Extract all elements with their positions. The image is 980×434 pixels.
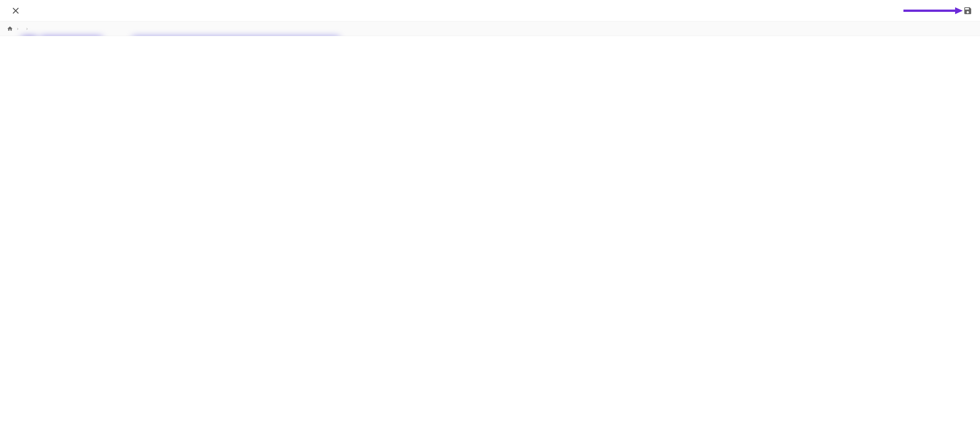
breadcrumb: › › [0, 21, 980, 36]
home-icon[interactable] [7, 26, 13, 32]
close-icon[interactable] [11, 7, 20, 15]
annotation-arrow-save [903, 7, 963, 15]
editor-header [0, 0, 980, 21]
chevron-right-icon: › [17, 26, 18, 31]
svg-marker-1 [955, 7, 963, 14]
chevron-right-icon: › [26, 26, 28, 31]
save-icon[interactable] [963, 6, 972, 15]
